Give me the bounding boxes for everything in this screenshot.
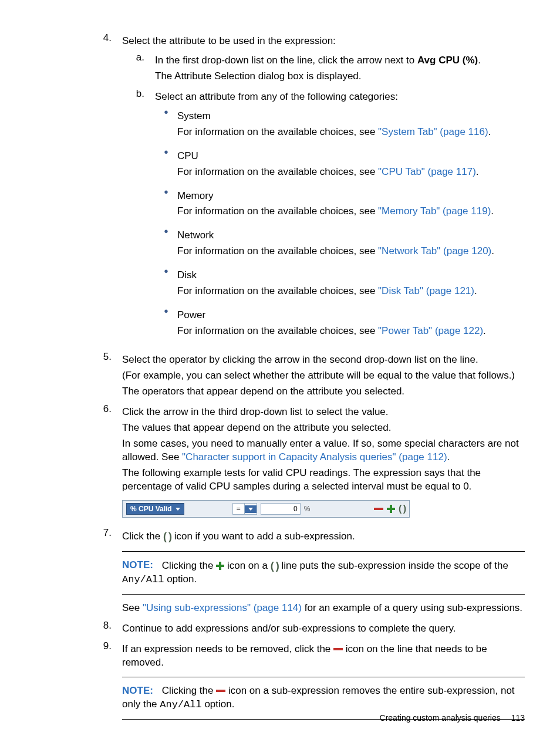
remove-icon[interactable] xyxy=(374,508,383,510)
step-4b: b. Select an attribute from any of the f… xyxy=(122,88,525,346)
value-input[interactable]: 0 xyxy=(261,503,301,515)
list-item: •PowerFor information on the available c… xyxy=(155,306,525,340)
remove-icon xyxy=(216,690,225,692)
step-4: 4. Select the attribute to be used in th… xyxy=(82,32,525,349)
list-item: •NetworkFor information on the available… xyxy=(155,227,525,261)
chevron-down-icon xyxy=(176,508,180,511)
step-4a-line1: In the first drop-down list on the line,… xyxy=(155,54,525,67)
attribute-dropdown[interactable]: % CPU Valid xyxy=(126,503,184,515)
link-disk-tab[interactable]: "Disk Tab" (page 121) xyxy=(378,285,474,296)
remove-icon xyxy=(333,648,343,650)
link-network-tab[interactable]: "Network Tab" (page 120) xyxy=(378,245,491,256)
note-box: NOTE: Clicking the icon on a ( ) line pu… xyxy=(122,551,525,595)
chevron-down-icon xyxy=(248,508,253,511)
bullet-icon: • xyxy=(155,107,177,141)
bullet-icon: • xyxy=(155,306,177,340)
operator-label: = xyxy=(233,504,245,514)
unit-label: % xyxy=(304,505,311,513)
note-label: NOTE: xyxy=(122,559,153,571)
link-subexpressions[interactable]: "Using sub-expressions" (page 114) xyxy=(143,602,302,613)
step-4b-lead: Select an attribute from any of the foll… xyxy=(155,90,525,104)
bullet-icon: • xyxy=(155,187,177,221)
list-item: •SystemFor information on the available … xyxy=(155,107,525,141)
parentheses-icon[interactable]: ( ) xyxy=(399,504,406,514)
add-icon xyxy=(216,562,224,570)
link-memory-tab[interactable]: "Memory Tab" (page 119) xyxy=(378,205,491,217)
link-power-tab[interactable]: "Power Tab" (page 122) xyxy=(378,325,483,336)
bullet-icon: • xyxy=(155,147,177,181)
expression-bar: % CPU Valid = 0 % ( ) xyxy=(122,500,410,518)
bullet-icon: • xyxy=(155,227,177,261)
footer-title: Creating custom analysis queries xyxy=(380,713,501,723)
link-cpu-tab[interactable]: "CPU Tab" (page 117) xyxy=(378,166,476,177)
step-6: 6. Click the arrow in the third drop-dow… xyxy=(82,403,525,525)
step-7: 7. Click the ( ) icon if you want to add… xyxy=(82,527,525,617)
page-number: 113 xyxy=(511,713,525,723)
step-4-lead: Select the attribute to be used in the e… xyxy=(122,35,525,48)
step-5: 5. Select the operator by clicking the a… xyxy=(82,351,525,401)
page-footer: Creating custom analysis queries 113 xyxy=(380,713,525,723)
bullet-icon: • xyxy=(155,266,177,301)
step-4a: a. In the first drop-down list on the li… xyxy=(122,52,525,86)
list-item: •DiskFor information on the available ch… xyxy=(155,266,525,301)
page-content: 4. Select the attribute to be used in th… xyxy=(82,32,525,717)
step-8: 8. Continue to add expressions and/or su… xyxy=(82,620,525,638)
step-number: 4. xyxy=(82,32,122,349)
list-item: •CPUFor information on the available cho… xyxy=(155,147,525,181)
parentheses-icon: ( ) xyxy=(271,559,279,573)
operator-dropdown[interactable]: = xyxy=(232,503,257,515)
attribute-label: % CPU Valid xyxy=(130,505,172,513)
add-icon[interactable] xyxy=(387,505,395,513)
category-list: •SystemFor information on the available … xyxy=(155,107,525,340)
parentheses-icon: ( ) xyxy=(163,529,171,544)
list-item: •MemoryFor information on the available … xyxy=(155,187,525,221)
link-system-tab[interactable]: "System Tab" (page 116) xyxy=(378,126,488,137)
note-label: NOTE: xyxy=(122,685,153,696)
link-character-support[interactable]: "Character support in Capacity Analysis … xyxy=(182,451,447,463)
avg-cpu-label: Avg CPU (%) xyxy=(417,55,478,66)
step-4a-line2: The Attribute Selection dialog box is di… xyxy=(155,70,525,83)
